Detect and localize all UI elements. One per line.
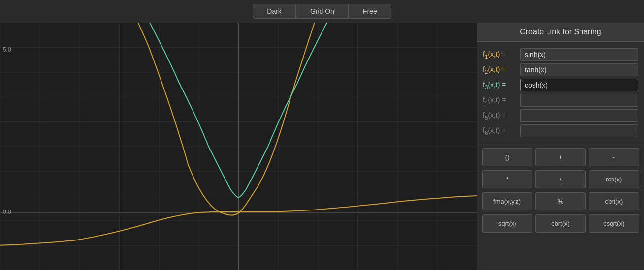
func-input-f5[interactable] — [520, 109, 638, 122]
percent-button[interactable]: % — [535, 192, 585, 210]
cbrt-button[interactable]: cbrt(x) — [589, 192, 639, 210]
function-row-f4: f4(x,t) = — [483, 94, 638, 107]
keyboard-row4: sqrt(x) cbrt(x) csqrt(x) — [477, 214, 644, 237]
divide-button[interactable]: / — [535, 170, 585, 188]
functions-list: f1(x,t) = f2(x,t) = f3(x,t) = f4(x,t) = … — [477, 42, 644, 144]
func-input-f1[interactable] — [520, 48, 638, 61]
graph-canvas — [0, 23, 477, 270]
func-label-f2: f2(x,t) = — [483, 65, 517, 75]
dark-button[interactable]: Dark — [253, 4, 296, 19]
plus-button[interactable]: + — [535, 148, 585, 166]
toolbar: DarkGrid OnFree — [0, 0, 644, 23]
function-row-f3: f3(x,t) = — [483, 79, 638, 91]
func-input-f2[interactable] — [520, 63, 638, 76]
share-header[interactable]: Create Link for Sharing — [477, 23, 644, 42]
keyboard-row3: fma(x,y,z) % cbrt(x) — [477, 192, 644, 214]
func-input-f6[interactable] — [520, 124, 638, 137]
y-label-5: 5.0 — [3, 46, 11, 53]
func-label-f4: f4(x,t) = — [483, 96, 517, 105]
csqrt-button[interactable]: csqrt(x) — [589, 214, 639, 233]
keyboard-row1: () + - — [477, 144, 644, 170]
func-input-f4[interactable] — [520, 94, 638, 107]
free-button[interactable]: Free — [349, 4, 391, 19]
function-row-f5: f5(x,t) = — [483, 109, 638, 122]
cbrt2-button[interactable]: cbrt(x) — [535, 214, 585, 233]
parens-button[interactable]: () — [482, 148, 532, 166]
function-row-f2: f2(x,t) = — [483, 63, 638, 76]
function-row-f1: f1(x,t) = — [483, 48, 638, 61]
func-input-f3[interactable] — [520, 79, 638, 91]
keyboard-row2: * / rcp(x) — [477, 170, 644, 192]
func-label-f6: f6(x,t) = — [483, 126, 517, 136]
function-row-f6: f6(x,t) = — [483, 124, 638, 137]
y-label-0: 0.0 — [3, 209, 11, 215]
func-label-f1: f1(x,t) = — [483, 50, 517, 60]
sqrt-button[interactable]: sqrt(x) — [482, 214, 532, 233]
fma-button[interactable]: fma(x,y,z) — [482, 192, 532, 210]
grid-on-button[interactable]: Grid On — [296, 4, 349, 19]
rcp-button[interactable]: rcp(x) — [589, 170, 639, 188]
main-area: 5.0 0.0 Create Link for Sharing f1(x,t) … — [0, 23, 644, 270]
func-label-f5: f5(x,t) = — [483, 111, 517, 120]
multiply-button[interactable]: * — [482, 170, 532, 188]
graph-area: 5.0 0.0 — [0, 23, 477, 270]
func-label-f3: f3(x,t) = — [483, 81, 517, 90]
right-panel: Create Link for Sharing f1(x,t) = f2(x,t… — [477, 23, 644, 270]
minus-button[interactable]: - — [589, 148, 639, 166]
